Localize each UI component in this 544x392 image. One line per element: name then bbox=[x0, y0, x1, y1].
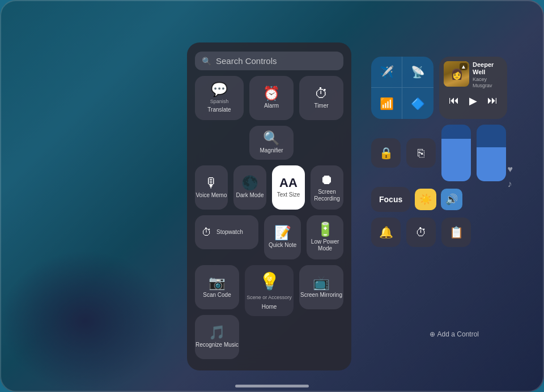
np-artist: Kacey Musgrav bbox=[473, 76, 503, 89]
controls-panel: 🔍 Search Controls 💬 Spanish Translate ⏰ … bbox=[187, 42, 351, 370]
dark-mode-icon: 🌑 bbox=[241, 176, 258, 190]
row-1: 💬 Spanish Translate ⏰ Alarm 🔍 Magnifier … bbox=[195, 76, 343, 160]
airplane-mode-button[interactable]: ✈️ bbox=[371, 57, 402, 88]
recognize-music-icon: 🎵 bbox=[209, 326, 226, 339]
dark-mode-label: Dark Mode bbox=[236, 192, 264, 199]
add-control-area[interactable]: ⊕ Add a Control bbox=[430, 330, 479, 338]
airplay-icon: ▲ bbox=[460, 63, 468, 70]
timer-label: Timer bbox=[314, 103, 328, 109]
brightness-slider[interactable] bbox=[477, 125, 506, 181]
right-panel: ✈️ 📡 📶 🔷 👩 ▲ Deeper Well Kacey Musgrav ⏮… bbox=[371, 57, 513, 247]
speaker-icon: 🔊 bbox=[445, 193, 458, 206]
low-power-icon: 🔋 bbox=[317, 223, 334, 236]
screen-mirroring-icon: 📺 bbox=[313, 276, 330, 289]
sun-mode-button[interactable]: ☀️ bbox=[415, 189, 436, 210]
home-indicator bbox=[235, 385, 309, 387]
search-input[interactable]: Search Controls bbox=[216, 56, 277, 66]
now-playing-widget[interactable]: 👩 ▲ Deeper Well Kacey Musgrav ⏮ ▶ ⏭ bbox=[439, 57, 507, 119]
translate-icon: 💬 bbox=[211, 83, 228, 96]
heart-icon: ♥ bbox=[508, 164, 513, 174]
translate-tile[interactable]: 💬 Spanish Translate bbox=[195, 76, 244, 120]
lock-rotation-icon: 🔒 bbox=[379, 146, 393, 160]
np-top: 👩 ▲ Deeper Well Kacey Musgrav bbox=[444, 61, 503, 89]
note-button[interactable]: 📋 bbox=[441, 218, 471, 247]
translate-label: Translate bbox=[207, 106, 231, 113]
note-icon: 📋 bbox=[449, 225, 464, 239]
timer-tile[interactable]: ⏱ Timer bbox=[299, 76, 343, 120]
quick-note-icon: 📝 bbox=[274, 226, 291, 240]
volume-fill bbox=[441, 139, 471, 181]
home-tile[interactable]: 💡 Scene or Accessory Home bbox=[245, 265, 294, 316]
home-icon: 💡 bbox=[259, 271, 280, 291]
timer-right-button[interactable]: ⏱ bbox=[406, 218, 436, 247]
focus-label: Focus bbox=[379, 195, 402, 204]
right-row-4: 🔔 ⏱ 📋 bbox=[371, 218, 513, 247]
low-power-label: Low Power Mode bbox=[307, 238, 343, 252]
stopwatch-label: Stopwatch bbox=[216, 229, 243, 236]
screen-mirroring-tile[interactable]: 📺 Screen Mirroring bbox=[299, 265, 343, 309]
sun-icon: ☀️ bbox=[419, 193, 432, 206]
np-info: Deeper Well Kacey Musgrav bbox=[473, 61, 503, 89]
scan-code-tile[interactable]: 📷 Scan Code bbox=[195, 265, 239, 309]
magnifier-tile[interactable]: 🔍 Magnifier bbox=[249, 126, 294, 160]
text-size-label: Text Size bbox=[277, 191, 300, 198]
scan-code-icon: 📷 bbox=[209, 276, 226, 289]
voice-memo-icon: 🎙 bbox=[205, 176, 218, 190]
home-label: Home bbox=[262, 304, 277, 310]
translate-sublabel: Spanish bbox=[210, 99, 229, 104]
play-pause-button[interactable]: ▶ bbox=[467, 93, 479, 108]
timer-icon: ⏱ bbox=[314, 87, 328, 100]
connectivity-block: ✈️ 📡 📶 🔷 bbox=[371, 57, 434, 119]
text-size-icon: AA bbox=[279, 177, 298, 189]
row-4: 📷 Scan Code 🎵 Recognize Music 💡 Scene or… bbox=[195, 265, 343, 359]
bell-button[interactable]: 🔔 bbox=[371, 218, 401, 247]
text-size-tile[interactable]: AA Text Size bbox=[272, 165, 305, 210]
speaker-button[interactable]: 🔊 bbox=[441, 189, 462, 210]
add-control-label: Add a Control bbox=[437, 330, 479, 338]
scan-code-label: Scan Code bbox=[203, 292, 231, 299]
dark-mode-tile[interactable]: 🌑 Dark Mode bbox=[233, 165, 266, 210]
right-row-1: ✈️ 📡 📶 🔷 👩 ▲ Deeper Well Kacey Musgrav ⏮… bbox=[371, 57, 513, 119]
focus-button[interactable]: Focus bbox=[371, 187, 410, 212]
quick-note-label: Quick Note bbox=[269, 242, 296, 249]
voice-memo-label: Voice Memo bbox=[196, 192, 227, 199]
bell-icon: 🔔 bbox=[379, 225, 393, 239]
brightness-fill bbox=[477, 147, 506, 181]
bluetooth-button[interactable]: 🔷 bbox=[402, 88, 434, 119]
search-icon: 🔍 bbox=[202, 57, 211, 66]
add-control-icon: ⊕ bbox=[430, 330, 435, 338]
magnifier-label: Magnifier bbox=[260, 147, 283, 154]
quick-note-tile[interactable]: 📝 Quick Note bbox=[264, 215, 301, 259]
low-power-tile[interactable]: 🔋 Low Power Mode bbox=[307, 215, 343, 259]
voice-memo-tile[interactable]: 🎙 Voice Memo bbox=[195, 165, 228, 210]
cellular-button[interactable]: 📡 bbox=[402, 57, 434, 88]
recognize-music-tile[interactable]: 🎵 Recognize Music bbox=[195, 315, 239, 359]
alarm-icon: ⏰ bbox=[263, 87, 280, 100]
recognize-music-label: Recognize Music bbox=[196, 342, 239, 348]
np-controls: ⏮ ▶ ⏭ bbox=[444, 91, 503, 108]
alarm-tile[interactable]: ⏰ Alarm bbox=[249, 76, 294, 120]
np-title: Deeper Well bbox=[473, 61, 503, 76]
focus-area: Focus ☀️ 🔊 bbox=[371, 187, 513, 212]
screen-recording-label: Screen Recording bbox=[311, 189, 343, 202]
wifi-button[interactable]: 📶 bbox=[371, 88, 402, 119]
magnifier-icon: 🔍 bbox=[263, 131, 280, 145]
prev-button[interactable]: ⏮ bbox=[447, 93, 461, 108]
stopwatch-tile[interactable]: ⏱ Stopwatch bbox=[195, 215, 258, 249]
screen-mirror-button[interactable]: ⎘ bbox=[406, 138, 436, 168]
screen-mirroring-label: Screen Mirroring bbox=[300, 292, 342, 299]
album-art: 👩 ▲ bbox=[444, 61, 469, 87]
decorative-right: ♥ ♪ bbox=[508, 164, 513, 189]
screen-recording-icon: ⏺ bbox=[320, 173, 334, 186]
volume-slider[interactable] bbox=[441, 125, 471, 181]
timer-right-icon: ⏱ bbox=[415, 226, 427, 239]
next-button[interactable]: ⏭ bbox=[485, 93, 500, 108]
row-2: 🎙 Voice Memo 🌑 Dark Mode AA Text Size ⏺ … bbox=[195, 165, 343, 210]
right-row-2: 🔒 ⎘ bbox=[371, 125, 513, 181]
search-bar[interactable]: 🔍 Search Controls bbox=[195, 52, 343, 70]
screen-recording-tile[interactable]: ⏺ Screen Recording bbox=[311, 165, 343, 210]
music-note-icon: ♪ bbox=[508, 179, 513, 189]
rotation-lock-button[interactable]: 🔒 bbox=[371, 138, 401, 168]
mirror-icon: ⎘ bbox=[418, 147, 424, 160]
row-3: ⏱ Stopwatch 📝 Quick Note 🔋 Low Power Mod… bbox=[195, 215, 343, 259]
